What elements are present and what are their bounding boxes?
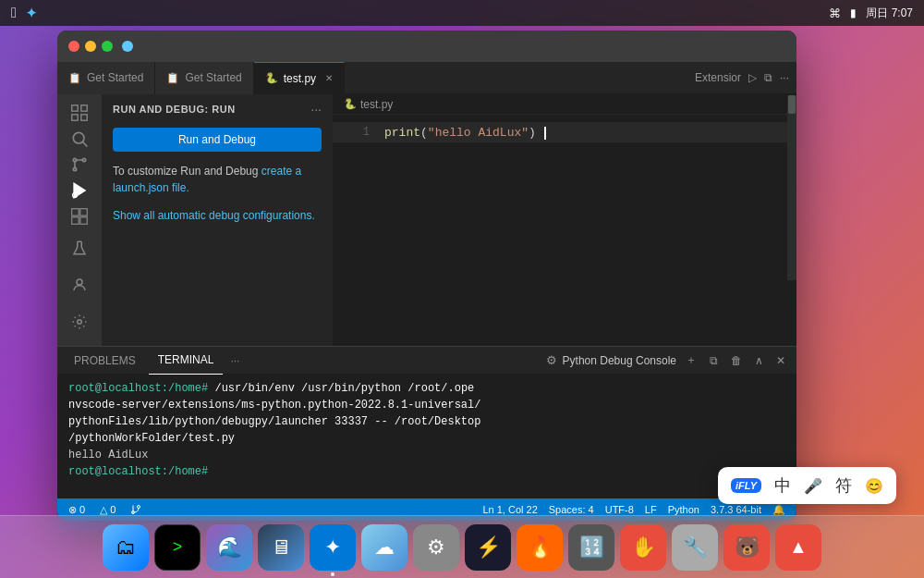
sidebar-item-explorer[interactable] <box>63 102 96 124</box>
add-terminal-icon[interactable]: ＋ <box>682 350 700 370</box>
ime-logo[interactable]: iFLY <box>731 478 761 493</box>
dock-item-another[interactable]: ▲ <box>775 524 821 571</box>
sidebar-item-extensions[interactable] <box>63 205 96 228</box>
sidebar-item-search[interactable] <box>63 128 96 150</box>
tabbar: 📋 Get Started 📋 Get Started 🐍 test.py ✕ … <box>57 62 796 94</box>
status-left: ⊗ 0 △ 0 <box>65 504 145 516</box>
split-editor-icon[interactable]: ⧉ <box>764 71 772 84</box>
ime-emoji-button[interactable]: 😊 <box>865 477 883 495</box>
main-content-area: RUN AND DEBUG: RUN ··· Run and Debug To … <box>57 94 796 346</box>
maximize-button[interactable] <box>102 41 113 52</box>
dock-item-calculator[interactable]: 🔢 <box>568 524 614 571</box>
tab-get-started-1[interactable]: 📋 Get Started <box>57 62 155 94</box>
terminal-command-1: /usr/bin/env /usr/bin/python /root/.ope <box>214 382 474 395</box>
tab-test-py[interactable]: 🐍 test.py ✕ <box>254 62 345 94</box>
dock-item-touchretouch[interactable]: ✋ <box>620 524 666 571</box>
chevron-up-icon[interactable]: ∧ <box>751 352 767 369</box>
status-branch[interactable] <box>127 504 145 515</box>
sidebar-item-flask[interactable] <box>63 231 96 264</box>
ime-symbol-button[interactable]: 符 <box>835 474 852 497</box>
dock-item-vscode[interactable]: ✦ <box>310 524 356 571</box>
svg-line-5 <box>83 142 88 147</box>
status-language[interactable]: Python <box>664 504 703 515</box>
svg-rect-12 <box>80 209 88 216</box>
extensions-label: Extensior <box>695 71 741 84</box>
code-editor[interactable]: 1 print("hello AidLux") <box>333 115 796 346</box>
status-right: Ln 1, Col 22 Spaces: 4 UTF-8 LF Python 3… <box>479 504 789 516</box>
show-auto-debug-link[interactable]: Show all automatic debug configurations. <box>113 209 322 222</box>
split-terminal-icon[interactable]: ⧉ <box>706 352 722 369</box>
terminal-panel: PROBLEMS TERMINAL ··· ⚙ Python Debug Con… <box>57 346 796 498</box>
breadcrumb-icon: 🐍 <box>344 98 357 110</box>
dock-item-browser[interactable]: 🌊 <box>206 524 252 571</box>
dock-item-sysref[interactable]: 🖥 <box>258 524 304 571</box>
run-and-debug-button[interactable]: Run and Debug <box>113 128 322 152</box>
svg-rect-11 <box>72 209 79 216</box>
run-debug-title: RUN AND DEBUG: RUN <box>113 104 236 115</box>
menubar-right: ⌘ ▮ 周日 7:07 <box>829 6 913 21</box>
dock-item-bear[interactable]: 🐻 <box>723 524 770 571</box>
tab-problems[interactable]: PROBLEMS <box>65 347 145 375</box>
dock-item-tools[interactable]: 🔧 <box>672 524 718 571</box>
svg-point-16 <box>78 320 82 325</box>
status-encoding[interactable]: UTF-8 <box>602 504 638 515</box>
more-actions-icon[interactable]: ··· <box>780 71 789 84</box>
breadcrumb-text: test.py <box>360 98 393 111</box>
editor-scrollbar[interactable] <box>787 115 796 280</box>
terminal-line-4: /pythonWorkFolder/test.py <box>68 430 785 447</box>
terminal-command-2: nvscode-server/extensions/ms-python.pyth… <box>68 399 480 412</box>
sidebar-item-settings[interactable] <box>63 305 96 338</box>
battery-icon: ▮ <box>850 6 857 19</box>
dock-item-amphetamine[interactable]: 🔥 <box>517 524 563 571</box>
terminal-line-5: hello AidLux <box>68 447 785 463</box>
sidebar-more-options[interactable]: ··· <box>310 102 322 117</box>
ime-mic-button[interactable]: 🎤 <box>804 477 822 495</box>
terminal-command-4: /pythonWorkFolder/test.py <box>68 432 235 445</box>
svg-point-8 <box>82 158 85 161</box>
close-button[interactable] <box>68 41 79 52</box>
status-python-version[interactable]: 3.7.3 64-bit <box>707 504 765 515</box>
sidebar-customize-text: To customize Run and Debug create a laun… <box>102 155 333 203</box>
tab-icon-3: 🐍 <box>265 72 278 84</box>
dock-item-settings[interactable]: ⚙ <box>413 524 459 571</box>
status-warnings[interactable]: △ 0 <box>96 504 119 516</box>
sidebar-item-run-debug[interactable] <box>63 179 96 202</box>
tab-icon-2: 📋 <box>166 72 179 84</box>
tab-close-3[interactable]: ✕ <box>325 73 333 83</box>
tab-icon-1: 📋 <box>68 72 81 84</box>
close-terminal-icon[interactable]: ✕ <box>772 352 789 369</box>
run-icon[interactable]: ▷ <box>748 71 757 84</box>
terminal-line-2: nvscode-server/extensions/ms-python.pyth… <box>68 397 785 413</box>
status-bell-icon[interactable]: 🔔 <box>769 504 789 516</box>
dock-item-cloudapp[interactable]: ☁ <box>361 524 407 571</box>
wifi-icon: ⌘ <box>829 6 841 20</box>
code-fn-print: print <box>384 126 420 140</box>
sidebar-item-account[interactable] <box>63 268 96 301</box>
activity-bar <box>57 94 102 346</box>
ime-chinese-button[interactable]: 中 <box>774 474 791 497</box>
tab-get-started-2[interactable]: 📋 Get Started <box>155 62 253 94</box>
status-eol[interactable]: LF <box>641 504 661 515</box>
tab-label-2: Get Started <box>185 71 241 84</box>
titlebar <box>57 31 796 62</box>
ime-popup: iFLY 中 🎤 符 😊 <box>718 467 896 504</box>
terminal-more-options[interactable]: ··· <box>226 354 243 367</box>
trash-terminal-icon[interactable]: 🗑 <box>727 352 746 369</box>
customize-text: To customize Run and Debug <box>113 165 258 178</box>
status-errors[interactable]: ⊗ 0 <box>65 504 89 516</box>
status-spaces[interactable]: Spaces: 4 <box>545 504 598 515</box>
dock-item-terminal[interactable]: > <box>154 524 201 571</box>
line-content-1: print("hello AidLux") <box>384 126 546 140</box>
code-line-1: 1 print("hello AidLux") <box>333 122 796 142</box>
vscode-window: 📋 Get Started 📋 Get Started 🐍 test.py ✕ … <box>57 31 796 521</box>
svg-point-15 <box>77 279 82 285</box>
menu-time: 周日 7:07 <box>866 6 913 21</box>
dock-item-finder[interactable]: 🗂 <box>103 524 149 571</box>
extra-button[interactable] <box>122 41 133 52</box>
minimize-button[interactable] <box>85 41 96 52</box>
status-position[interactable]: Ln 1, Col 22 <box>479 504 541 515</box>
tab-terminal[interactable]: TERMINAL <box>149 347 224 375</box>
dock-item-altstore[interactable]: ⚡ <box>465 524 511 571</box>
sidebar-item-source-control[interactable] <box>63 154 96 176</box>
apple-icon[interactable]:  <box>11 5 17 21</box>
